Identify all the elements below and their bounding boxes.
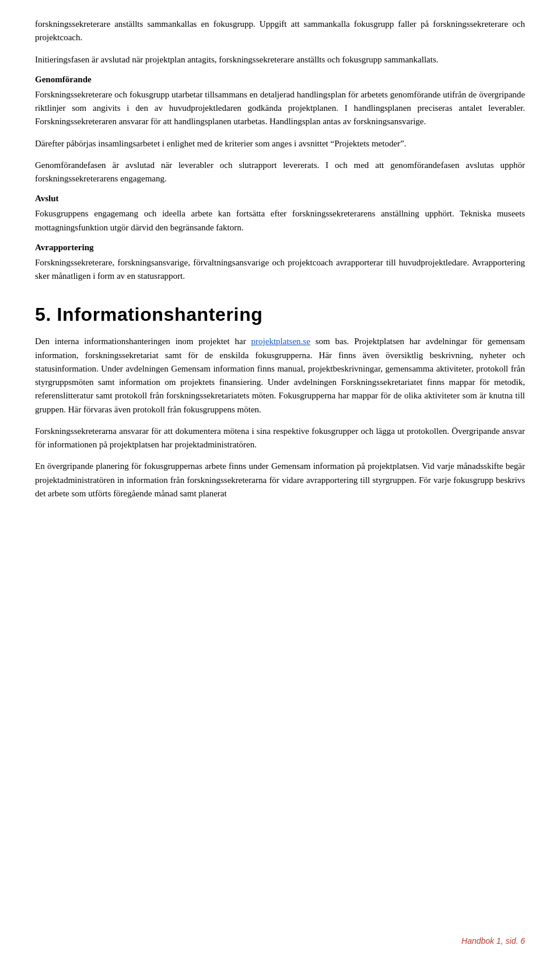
paragraph-insamling: Därefter påbörjas insamlingsarbetet i en… [35,137,525,150]
projektplatsen-link[interactable]: projektplatsen.se [251,337,310,346]
paragraph-informationshantering: Den interna informationshanteringen inom… [35,335,525,416]
chapter-heading: 5. Informationshantering [35,304,525,325]
paragraph-genomforande: Forskningssekreterare och fokusgrupp uta… [35,88,525,129]
paragraph-ansvarar: Forskningssekreterarna ansvarar för att … [35,425,525,452]
paragraph-avrapportering: Forskningssekreterare, forskningsansvari… [35,256,525,283]
paragraph-intro2: Initieringsfasen är avslutad när projekt… [35,53,525,66]
section-avrapportering-heading: Avrapportering [35,243,525,253]
section-genomforande-heading: Genomförande [35,75,525,85]
section-avslut-heading: Avslut [35,194,525,204]
paragraph-info-post: som bas. Projektplatsen har avdelningar … [35,337,525,414]
paragraph-intro1: forskningssekreterare anställts sammanka… [35,17,525,45]
paragraph-avslut: Fokusgruppens engagemang och ideella arb… [35,207,525,234]
page-footer: Handbok 1, sid. 6 [461,936,525,946]
paragraph-avslutad: Genomförandefasen är avslutad när levera… [35,159,525,186]
paragraph-info-pre: Den interna informationshanteringen inom… [35,337,251,346]
page-container: forskningssekreterare anställts sammanka… [0,0,560,963]
paragraph-planering: En övergripande planering för fokusgrupp… [35,460,525,500]
